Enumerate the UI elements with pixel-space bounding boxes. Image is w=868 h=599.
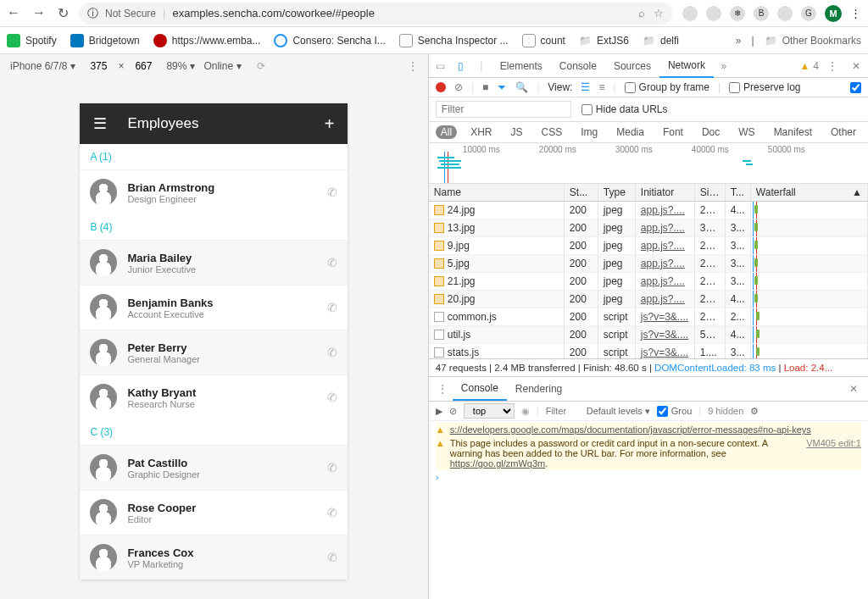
network-row[interactable]: 13.jpg200jpegapp.js?....34...3... xyxy=(429,219,868,237)
devtools-close-icon[interactable]: ✕ xyxy=(846,60,866,72)
search-icon[interactable]: 🔍 xyxy=(515,81,528,93)
add-icon[interactable]: + xyxy=(325,114,335,134)
filter-xhr[interactable]: XHR xyxy=(465,125,497,139)
menu-icon[interactable]: ☰ xyxy=(93,114,107,133)
forward-button[interactable]: → xyxy=(32,5,46,21)
col-size[interactable]: Size xyxy=(695,184,726,201)
phone-icon[interactable]: ✆ xyxy=(327,346,337,359)
network-row[interactable]: 20.jpg200jpegapp.js?....24...4... xyxy=(429,291,868,308)
list-view-icon[interactable]: ☰ xyxy=(581,81,590,93)
console-prompt[interactable]: › xyxy=(436,470,861,484)
rotate-icon[interactable]: ⟳ xyxy=(257,60,265,72)
extension-icon[interactable]: ❄ xyxy=(730,6,745,21)
network-row[interactable]: common.js200scriptjs?v=3&....29...2... xyxy=(429,308,868,326)
filter-css[interactable]: CSS xyxy=(537,125,568,139)
employee-row[interactable]: Frances CoxVP Marketing✆ xyxy=(80,535,348,580)
device-height[interactable] xyxy=(129,60,158,72)
devtools-tab-sources[interactable]: Sources xyxy=(605,54,659,78)
hidden-count[interactable]: 9 hidden xyxy=(708,406,743,416)
large-view-icon[interactable]: ≡ xyxy=(598,81,604,93)
col-name[interactable]: Name xyxy=(429,184,565,201)
employee-row[interactable]: Rose CooperEditor✆ xyxy=(80,490,348,535)
console-link[interactable]: https://goo.gl/zmWq3m xyxy=(450,458,546,469)
employee-row[interactable]: Peter BerryGeneral Manager✆ xyxy=(80,330,348,374)
employee-row[interactable]: Maria BaileyJunior Executive✆ xyxy=(80,240,348,285)
extension-icon[interactable] xyxy=(706,6,721,21)
extension-icon[interactable] xyxy=(777,6,793,21)
initiator-link[interactable]: app.js?.... xyxy=(641,240,685,252)
bookmark-item[interactable]: count xyxy=(522,34,565,47)
bookmark-item[interactable]: https://www.emba... xyxy=(153,34,261,47)
bookmark-folder[interactable]: delfi xyxy=(643,35,679,47)
address-bar[interactable]: ⓘ Not Secure | examples.sencha.com/cowor… xyxy=(79,3,672,25)
initiator-link[interactable]: app.js?.... xyxy=(641,275,685,287)
key-icon[interactable]: ⌕ xyxy=(638,7,645,19)
device-width[interactable] xyxy=(84,60,113,72)
network-row[interactable]: 9.jpg200jpegapp.js?....26...3... xyxy=(429,237,868,255)
network-row[interactable]: stats.js200scriptjs?v=3&....1....3... xyxy=(429,344,868,358)
levels-selector[interactable]: Default levels ▾ xyxy=(587,406,650,417)
zoom-selector[interactable]: 89% ▾ xyxy=(166,60,195,72)
employee-row[interactable]: Pat CastilloGraphic Designer✆ xyxy=(80,445,348,490)
phone-icon[interactable]: ✆ xyxy=(327,506,337,519)
phone-icon[interactable]: ✆ xyxy=(327,301,337,314)
group-by-frame[interactable]: Group by frame xyxy=(625,81,709,93)
bookmark-item[interactable]: Consero: Sencha I... xyxy=(274,34,385,47)
drawer-close-icon[interactable]: ✕ xyxy=(843,383,865,395)
network-row[interactable]: 24.jpg200jpegapp.js?....25...4... xyxy=(429,202,868,219)
gear-icon[interactable]: ⚙ xyxy=(750,406,759,417)
filter-all[interactable]: All xyxy=(436,125,457,139)
reload-button[interactable]: ↻ xyxy=(58,5,69,21)
extension-icon[interactable]: G xyxy=(801,6,816,21)
filter-js[interactable]: JS xyxy=(506,125,528,139)
filter-icon[interactable]: ⏷ xyxy=(497,81,507,93)
console-link[interactable]: s://developers.google.com/maps/documenta… xyxy=(450,424,811,435)
other-bookmarks[interactable]: Other Bookmarks xyxy=(765,35,861,47)
col-type[interactable]: Type xyxy=(598,184,636,201)
hide-data-urls[interactable]: Hide data URLs xyxy=(581,103,668,115)
console-source[interactable]: VM405 edit:1 xyxy=(806,438,861,469)
back-button[interactable]: ← xyxy=(7,5,20,21)
eye-icon[interactable]: ◉ xyxy=(521,406,530,417)
profile-avatar[interactable]: M xyxy=(825,5,842,22)
warning-icon[interactable]: ▲ xyxy=(799,60,810,72)
console-play-icon[interactable]: ▶ xyxy=(436,406,442,417)
phone-icon[interactable]: ✆ xyxy=(327,551,337,564)
col-initiator[interactable]: Initiator xyxy=(636,184,695,201)
initiator-link[interactable]: js?v=3&.... xyxy=(641,311,688,323)
inspect-icon[interactable]: ▭ xyxy=(431,60,451,72)
extension-icon[interactable] xyxy=(682,6,698,21)
filter-ws[interactable]: WS xyxy=(733,125,760,139)
employee-row[interactable]: Kathy BryantResearch Nurse✆ xyxy=(80,374,348,419)
devtools-menu-icon[interactable]: ⋮ xyxy=(822,60,843,72)
phone-icon[interactable]: ✆ xyxy=(327,186,337,199)
phone-icon[interactable]: ✆ xyxy=(327,256,337,269)
star-icon[interactable]: ☆ xyxy=(654,7,664,19)
record-icon[interactable] xyxy=(436,82,446,92)
filter-img[interactable]: Img xyxy=(576,125,603,139)
chrome-menu-icon[interactable]: ⋮ xyxy=(850,7,861,19)
drawer-tab-console[interactable]: Console xyxy=(453,377,507,401)
devtools-tab-elements[interactable]: Elements xyxy=(492,54,551,78)
initiator-link[interactable]: app.js?.... xyxy=(641,222,685,234)
devtools-tab-network[interactable]: Network xyxy=(659,54,714,78)
filter-media[interactable]: Media xyxy=(611,125,649,139)
console-menu-icon[interactable]: ⋮ xyxy=(432,383,453,395)
device-mode-icon[interactable]: ▯ xyxy=(451,60,471,72)
initiator-link[interactable]: app.js?.... xyxy=(641,204,685,216)
bookmark-item[interactable]: Bridgetown xyxy=(70,34,140,47)
device-selector[interactable]: iPhone 6/7/8 ▾ xyxy=(10,60,75,72)
filter-other[interactable]: Other xyxy=(826,125,861,139)
clear-icon[interactable]: ⊘ xyxy=(454,81,463,93)
overflow-icon[interactable]: » xyxy=(736,35,742,47)
network-timeline[interactable]: 10000 ms20000 ms30000 ms40000 ms50000 ms xyxy=(429,143,868,184)
network-row[interactable]: util.js200scriptjs?v=3&....51...4... xyxy=(429,326,868,344)
bookmark-item[interactable]: Sencha Inspector ... xyxy=(399,34,509,47)
network-filter-input[interactable] xyxy=(436,101,571,118)
initiator-link[interactable]: js?v=3&.... xyxy=(641,329,688,341)
initiator-link[interactable]: js?v=3&.... xyxy=(641,347,688,358)
preserve-log[interactable]: Preserve log xyxy=(729,81,800,93)
col-status[interactable]: St... xyxy=(565,184,598,201)
capture-icon[interactable]: ■ xyxy=(482,81,488,93)
phone-icon[interactable]: ✆ xyxy=(327,391,337,404)
